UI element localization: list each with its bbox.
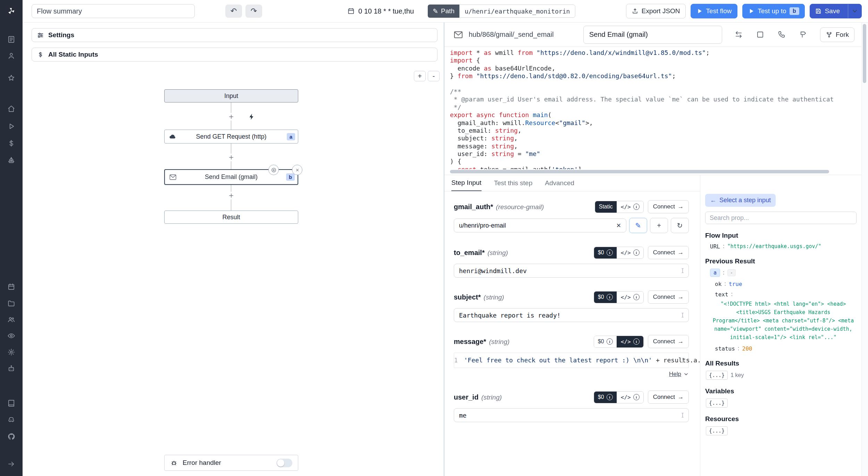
folders-icon[interactable] (7, 299, 16, 308)
groups-icon[interactable] (7, 315, 16, 324)
connect-button[interactable]: Connect→ (648, 391, 689, 404)
fork-button[interactable]: Fork (820, 27, 854, 42)
expand-sidebar-icon[interactable] (7, 459, 16, 468)
connect-button[interactable]: Connect→ (648, 246, 689, 259)
zoom-in-button[interactable]: + (414, 71, 426, 81)
clear-resource-icon[interactable] (616, 222, 621, 229)
text-value[interactable]: "<!DOCTYPE html> <html lang="en"> <head>… (705, 300, 857, 342)
audit-logs-icon[interactable] (7, 331, 16, 340)
windmill-logo[interactable] (7, 6, 16, 15)
tab-step-input[interactable]: Step Input (451, 175, 482, 191)
code-mode-button[interactable]: </> (617, 201, 643, 213)
delete-step-button[interactable] (292, 165, 302, 175)
diff-icon[interactable] (733, 30, 744, 40)
select-step-input-button[interactable]: ← Select a step input (705, 194, 776, 207)
subject-input[interactable]: Earthquake report is ready! (454, 308, 689, 322)
variables-icon[interactable] (7, 139, 16, 148)
save-icon (815, 8, 822, 15)
field-label: message*(string) (454, 338, 510, 346)
hub-script-path[interactable]: hub/868/gmail/_send_email (469, 31, 554, 39)
flow-node-input[interactable]: Input (164, 89, 298, 102)
prop-row-url[interactable]: URL : "https://earthquake.usgs.gov/" (705, 243, 857, 250)
all-results-object-chip[interactable]: {...} (706, 371, 728, 380)
field-label: user_id(string) (454, 393, 502, 401)
info-icon (633, 294, 640, 300)
refresh-resource-button[interactable] (671, 218, 689, 233)
edit-path-button[interactable]: ✎ Path (428, 5, 459, 18)
zoom-out-button[interactable]: - (428, 71, 440, 81)
add-step-button[interactable] (227, 154, 235, 161)
static-mode-button[interactable]: $0 (594, 392, 617, 403)
undo-button[interactable]: ↶ (225, 5, 242, 18)
settings-icon[interactable] (7, 347, 16, 356)
code-editor[interactable]: import * as wmill from "https://deno.lan… (444, 47, 861, 169)
tab-test-this-step[interactable]: Test this step (494, 175, 533, 191)
move-step-icon[interactable] (268, 165, 279, 175)
prop-row-ok[interactable]: ok : true (705, 280, 857, 287)
prop-row-status[interactable]: status : 200 (705, 345, 857, 352)
app-sidebar (0, 0, 23, 476)
step-input-picker: ← Select a step input Flow Input URL : "… (700, 175, 861, 476)
connect-button[interactable]: Connect→ (648, 335, 689, 348)
export-json-button[interactable]: Export JSON (626, 4, 686, 18)
flow-settings-button[interactable]: Settings (32, 28, 437, 42)
code-mode-button[interactable]: </> (617, 392, 643, 403)
search-prop-input[interactable] (705, 212, 857, 224)
add-step-button[interactable] (227, 113, 235, 121)
message-expression-editor[interactable]: 1 'Feel free to check out the latest rep… (454, 353, 689, 368)
ai-builder-icon[interactable] (248, 113, 256, 121)
github-icon[interactable] (7, 432, 16, 441)
users-icon[interactable] (7, 51, 16, 60)
flow-node-gmail[interactable]: Send Email (gmail) b (164, 169, 298, 185)
schedules-icon[interactable] (7, 282, 16, 291)
code-mode-button[interactable]: </> (617, 247, 643, 258)
favorites-icon[interactable] (7, 73, 16, 82)
scrollbar-thumb[interactable] (863, 24, 866, 83)
flow-node-http[interactable]: Send GET Request (http) a (164, 130, 298, 143)
milestone-icon[interactable] (798, 30, 808, 40)
play-icon (748, 8, 755, 15)
schedule-display[interactable]: 0 10 18 * * tue,thu (347, 7, 414, 15)
static-mode-button[interactable]: $0 (594, 247, 617, 258)
tab-advanced[interactable]: Advanced (545, 175, 575, 191)
code-mode-button[interactable]: </> (617, 292, 643, 303)
static-mode-button[interactable]: Static (595, 201, 617, 213)
save-button[interactable]: Save (810, 4, 862, 18)
static-mode-button[interactable]: $0 (594, 292, 617, 303)
save-dropdown-button[interactable] (848, 4, 861, 18)
connect-button[interactable]: Connect→ (648, 200, 689, 213)
flow-node-result[interactable]: Result (164, 211, 298, 224)
help-link[interactable]: Help (669, 371, 681, 378)
discord-icon[interactable] (7, 415, 16, 424)
scripts-icon[interactable] (7, 35, 16, 44)
flow-summary-input[interactable] (32, 4, 195, 18)
prop-row-text[interactable]: text : (705, 291, 857, 298)
error-handler-row[interactable]: Error handler (164, 455, 298, 471)
code-mode-button[interactable]: </> (617, 336, 643, 347)
prop-row-a[interactable]: a : - (705, 269, 857, 277)
test-up-to-button[interactable]: Test up to b (742, 4, 805, 18)
edit-resource-button[interactable] (629, 218, 647, 233)
scrollbar-thumb[interactable] (450, 170, 829, 173)
error-handler-toggle[interactable] (276, 459, 292, 467)
window-icon[interactable] (755, 30, 765, 40)
workers-icon[interactable] (7, 364, 16, 373)
resource-picker-input[interactable]: u/henri/pro-email (454, 219, 626, 232)
test-flow-button[interactable]: Test flow (691, 4, 737, 18)
resources-icon[interactable] (7, 155, 16, 164)
resources-object-chip[interactable]: {...} (706, 426, 728, 435)
runs-icon[interactable] (7, 122, 16, 131)
home-icon[interactable] (7, 104, 16, 113)
to-email-input[interactable]: henri@windmill.dev (454, 264, 689, 278)
variables-object-chip[interactable]: {...} (706, 399, 728, 408)
phone-icon[interactable] (776, 30, 787, 40)
add-step-button[interactable] (227, 192, 235, 199)
docs-icon[interactable] (7, 399, 16, 408)
add-resource-button[interactable] (650, 218, 668, 233)
step-name-input[interactable] (583, 26, 722, 44)
redo-button[interactable]: ↷ (245, 5, 262, 18)
all-static-inputs-button[interactable]: All Static Inputs (32, 48, 437, 61)
user-id-input[interactable]: me (454, 408, 689, 422)
static-mode-button[interactable]: $0 (594, 336, 617, 347)
connect-button[interactable]: Connect→ (648, 290, 689, 304)
